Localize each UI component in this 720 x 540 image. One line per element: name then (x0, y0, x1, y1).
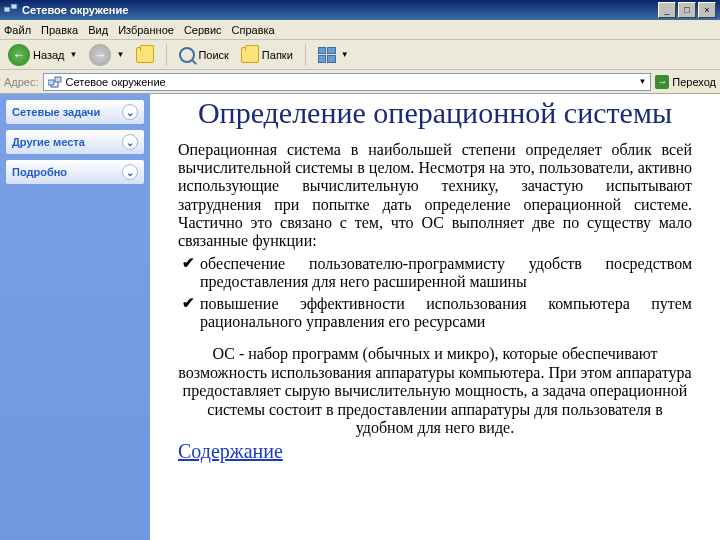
collapse-icon[interactable]: ⌄ (122, 134, 138, 150)
views-icon (318, 47, 336, 63)
document-paragraph-1: Операционная система в наибольшей степен… (178, 141, 692, 251)
forward-button[interactable]: → ▼ (85, 42, 128, 68)
search-icon (179, 47, 195, 63)
document-bullet-list: обеспечение пользователю-программисту уд… (178, 255, 692, 332)
content-area: Определение операционной системы Операци… (150, 94, 720, 540)
sidebar: Сетевые задачи ⌄ Другие места ⌄ Подробно… (0, 94, 150, 540)
menu-help[interactable]: Справка (232, 24, 275, 36)
toc-link[interactable]: Содержание (178, 441, 288, 462)
address-dropdown-icon[interactable]: ▼ (638, 77, 646, 86)
menu-file[interactable]: Файл (4, 24, 31, 36)
sidebar-panel-network-tasks[interactable]: Сетевые задачи ⌄ (6, 100, 144, 124)
address-bar: Адрес: Сетевое окружение ▼ → Переход (0, 70, 720, 94)
close-button[interactable]: × (698, 2, 716, 18)
app-icon (4, 3, 18, 17)
svg-rect-1 (11, 4, 17, 9)
svg-rect-2 (48, 80, 54, 85)
window-titlebar: Сетевое окружение _ □ × (0, 0, 720, 20)
sidebar-panel-title: Подробно (12, 166, 67, 178)
maximize-button[interactable]: □ (678, 2, 696, 18)
chevron-down-icon: ▼ (116, 50, 124, 59)
views-button[interactable]: ▼ (314, 45, 353, 65)
toolbar: ← Назад ▼ → ▼ Поиск Папки ▼ (0, 40, 720, 70)
sidebar-panel-title: Сетевые задачи (12, 106, 100, 118)
sidebar-panel-other-places[interactable]: Другие места ⌄ (6, 130, 144, 154)
forward-arrow-icon: → (89, 44, 111, 66)
svg-rect-0 (4, 7, 10, 12)
back-arrow-icon: ← (8, 44, 30, 66)
sidebar-panel-details[interactable]: Подробно ⌄ (6, 160, 144, 184)
search-label: Поиск (198, 49, 228, 61)
document-bullet-1: обеспечение пользователю-программисту уд… (182, 255, 692, 292)
menu-edit[interactable]: Правка (41, 24, 78, 36)
folder-up-icon (136, 47, 154, 63)
document-paragraph-2: ОС - набор программ (обычных и микро), к… (178, 345, 692, 437)
go-arrow-icon: → (655, 75, 669, 89)
go-label: Переход (672, 76, 716, 88)
folders-icon (241, 47, 259, 63)
separator (305, 44, 306, 66)
go-button[interactable]: → Переход (655, 75, 716, 89)
address-label: Адрес: (4, 76, 39, 88)
document-title: Определение операционной системы (178, 96, 692, 131)
menu-tools[interactable]: Сервис (184, 24, 222, 36)
menu-favorites[interactable]: Избранное (118, 24, 174, 36)
address-icon (48, 76, 62, 88)
sidebar-panel-title: Другие места (12, 136, 85, 148)
folders-button[interactable]: Папки (237, 45, 297, 65)
document-bullet-2: повышение эффективности использования ко… (182, 295, 692, 332)
separator (166, 44, 167, 66)
back-button[interactable]: ← Назад ▼ (4, 42, 81, 68)
collapse-icon[interactable]: ⌄ (122, 104, 138, 120)
search-button[interactable]: Поиск (175, 45, 232, 65)
menubar: Файл Правка Вид Избранное Сервис Справка (0, 20, 720, 40)
chevron-down-icon: ▼ (341, 50, 349, 59)
back-label: Назад (33, 49, 65, 61)
address-field[interactable]: Сетевое окружение ▼ (43, 73, 652, 91)
up-button[interactable] (132, 45, 158, 65)
collapse-icon[interactable]: ⌄ (122, 164, 138, 180)
folders-label: Папки (262, 49, 293, 61)
menu-view[interactable]: Вид (88, 24, 108, 36)
workspace: Сетевые задачи ⌄ Другие места ⌄ Подробно… (0, 94, 720, 540)
address-value: Сетевое окружение (66, 76, 166, 88)
window-title: Сетевое окружение (22, 4, 656, 16)
minimize-button[interactable]: _ (658, 2, 676, 18)
chevron-down-icon: ▼ (70, 50, 78, 59)
svg-rect-3 (55, 77, 61, 82)
